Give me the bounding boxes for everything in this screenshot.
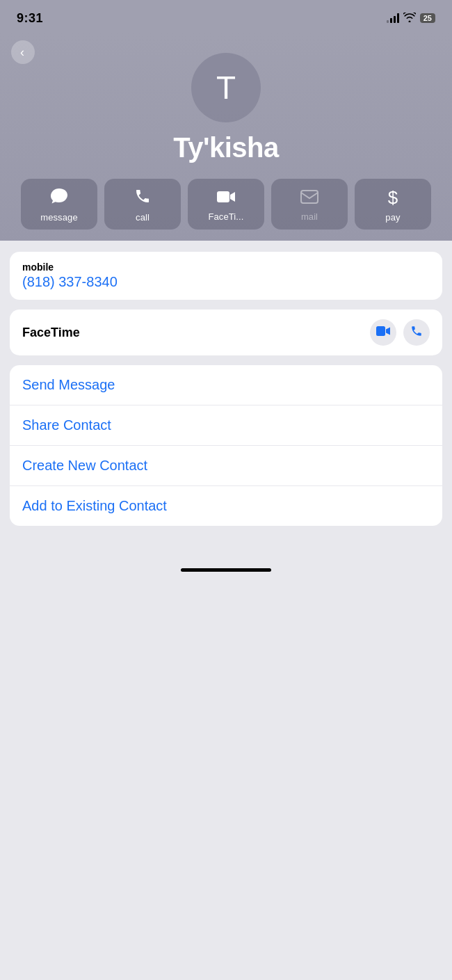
facetime-audio-button[interactable] <box>403 319 430 346</box>
pay-button[interactable]: $ pay <box>355 179 431 230</box>
facetime-row: FaceTime <box>10 310 442 355</box>
message-icon <box>50 188 68 209</box>
facetime-video-icon <box>376 326 390 340</box>
phone-row: mobile (818) 337-8340 <box>10 252 442 300</box>
facetime-card: FaceTime <box>10 310 442 355</box>
avatar: T <box>191 53 261 122</box>
contact-name: Ty'kisha <box>173 132 279 163</box>
facetime-phone-icon <box>410 325 423 341</box>
phone-number[interactable]: (818) 337-8340 <box>22 274 430 290</box>
call-label: call <box>136 212 150 223</box>
status-icons: 25 <box>387 13 435 24</box>
home-indicator-area <box>0 537 452 579</box>
back-button[interactable]: ‹ <box>11 40 35 64</box>
hero-section: ‹ T Ty'kisha message call <box>0 33 452 241</box>
content-area: mobile (818) 337-8340 FaceTime <box>0 241 452 537</box>
send-message-item[interactable]: Send Message <box>10 365 442 405</box>
status-time: 9:31 <box>17 11 43 26</box>
signal-icon <box>387 13 399 23</box>
wifi-icon <box>403 13 416 24</box>
facetime-video-button[interactable] <box>370 319 396 346</box>
action-buttons-row: message call FaceTi... <box>14 179 438 241</box>
back-chevron-icon: ‹ <box>20 45 24 60</box>
add-existing-contact-item[interactable]: Add to Existing Contact <box>10 486 442 526</box>
facetime-action-buttons <box>370 319 430 346</box>
facetime-card-label: FaceTime <box>22 326 80 340</box>
phone-card: mobile (818) 337-8340 <box>10 252 442 300</box>
facetime-icon <box>216 188 236 208</box>
message-label: message <box>40 212 77 223</box>
menu-card: Send Message Share Contact Create New Co… <box>10 365 442 526</box>
status-bar: 9:31 25 <box>0 0 452 33</box>
pay-label: pay <box>385 212 400 223</box>
call-button[interactable]: call <box>104 179 181 230</box>
call-icon <box>134 188 151 209</box>
avatar-letter: T <box>216 69 236 106</box>
share-contact-item[interactable]: Share Contact <box>10 405 442 446</box>
battery-icon: 25 <box>420 13 435 23</box>
pay-icon: $ <box>388 187 398 209</box>
mail-button[interactable]: mail <box>271 179 348 230</box>
phone-label: mobile <box>22 262 430 273</box>
facetime-button[interactable]: FaceTi... <box>188 179 264 230</box>
mail-label: mail <box>301 211 318 222</box>
svg-rect-2 <box>376 326 385 336</box>
facetime-label: FaceTi... <box>209 211 244 222</box>
create-new-contact-item[interactable]: Create New Contact <box>10 446 442 486</box>
message-button[interactable]: message <box>21 179 97 230</box>
svg-rect-0 <box>217 191 229 202</box>
svg-rect-1 <box>301 191 318 203</box>
home-bar <box>181 568 271 572</box>
mail-icon <box>300 188 318 208</box>
